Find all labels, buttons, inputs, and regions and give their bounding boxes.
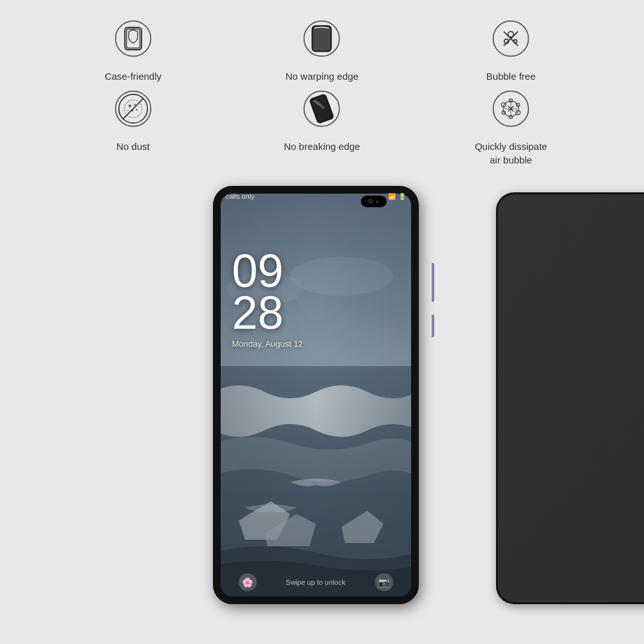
bubble-free-icon: [488, 19, 533, 64]
case-friendly-label: Case-friendly: [105, 69, 161, 83]
svg-point-18: [127, 110, 129, 111]
battery-icon: 🔋: [398, 193, 406, 200]
svg-point-17: [136, 109, 138, 111]
quickly-dissipate-icon: [488, 89, 533, 134]
status-calls: calls only: [226, 192, 255, 200]
phone-wrapper: calls only ▲ 📶 🔋 09 28: [213, 186, 432, 611]
glass-protector: [496, 192, 644, 604]
bottom-right-icon: 📷: [375, 573, 393, 591]
no-breaking-label: No breaking edge: [284, 140, 360, 153]
no-warping-icon: [299, 19, 344, 64]
svg-rect-5: [313, 26, 331, 51]
no-warping-label: No warping edge: [286, 69, 358, 83]
svg-point-14: [129, 105, 131, 107]
phone: calls only ▲ 📶 🔋 09 28: [213, 186, 419, 604]
swipe-text: Swipe up to unlock: [286, 578, 345, 586]
feature-no-dust: No dust: [39, 89, 228, 167]
phone-area: calls only ▲ 📶 🔋 09 28: [0, 186, 644, 611]
clock-hours: 09 28: [232, 250, 303, 334]
quickly-dissipate-label: Quickly dissipateair bubble: [475, 140, 547, 167]
svg-point-15: [134, 104, 136, 106]
no-dust-icon: [111, 89, 156, 134]
svg-point-0: [115, 21, 151, 57]
camera-secondary: [376, 200, 379, 203]
features-grid: Case-friendly No warping edge: [0, 0, 644, 179]
feature-no-warping: No warping edge: [228, 19, 417, 83]
feature-case-friendly: Case-friendly: [39, 19, 228, 83]
bottom-bar: 🌸 Swipe up to unlock 📷: [213, 573, 419, 591]
clock-date: Monday, August 12: [232, 339, 303, 349]
volume-button: [432, 263, 434, 302]
svg-point-29: [510, 99, 513, 102]
phone-screen: calls only ▲ 📶 🔋 09 28: [213, 186, 419, 604]
feature-no-breaking: No breaking edge: [228, 89, 417, 167]
feature-quickly-dissipate: Quickly dissipateair bubble: [416, 89, 605, 167]
no-breaking-icon: [299, 89, 344, 134]
case-friendly-icon: [111, 19, 156, 64]
svg-rect-22: [310, 94, 335, 124]
clock-display: 09 28 Monday, August 12: [232, 250, 303, 349]
svg-point-30: [510, 115, 513, 118]
bottom-left-icon: 🌸: [239, 573, 257, 591]
bubble-free-label: Bubble free: [486, 69, 536, 83]
no-dust-label: No dust: [116, 140, 150, 153]
clock-time-minutes: 28: [232, 287, 284, 338]
glass-protector-inner: [498, 194, 644, 602]
svg-rect-1: [125, 28, 142, 50]
power-button: [432, 315, 434, 337]
signal-icon: 📶: [388, 193, 396, 200]
feature-bubble-free: Bubble free: [416, 19, 605, 83]
punch-hole-cameras: [361, 196, 387, 207]
svg-line-20: [123, 98, 144, 120]
camera-main: [368, 199, 373, 204]
